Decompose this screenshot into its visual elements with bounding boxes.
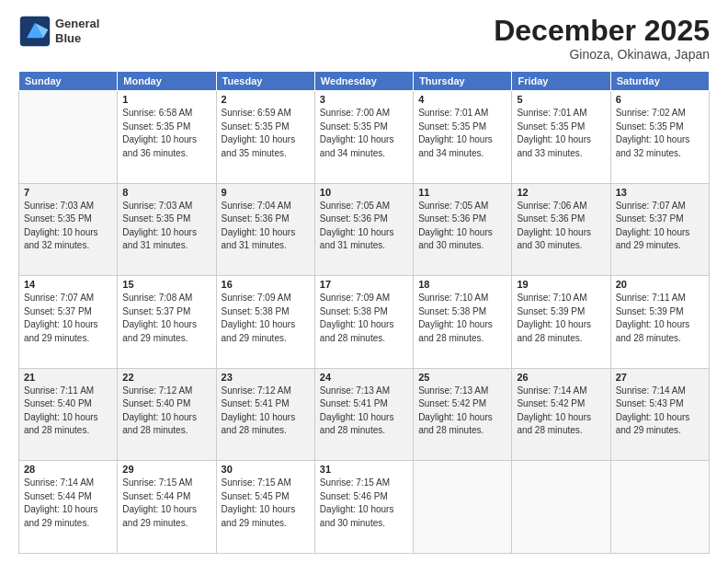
day-info: Sunrise: 7:15 AM Sunset: 5:45 PM Dayligh… bbox=[222, 477, 310, 530]
calendar-cell: 3Sunrise: 7:00 AM Sunset: 5:35 PM Daylig… bbox=[314, 91, 413, 184]
day-number: 14 bbox=[24, 279, 112, 290]
day-info: Sunrise: 6:59 AM Sunset: 5:35 PM Dayligh… bbox=[222, 107, 310, 160]
calendar-cell: 24Sunrise: 7:13 AM Sunset: 5:41 PM Dayli… bbox=[314, 368, 413, 461]
calendar-cell: 22Sunrise: 7:12 AM Sunset: 5:40 PM Dayli… bbox=[118, 368, 216, 461]
page: General Blue December 2025 Ginoza, Okina… bbox=[0, 0, 728, 563]
calendar-cell: 12Sunrise: 7:06 AM Sunset: 5:36 PM Dayli… bbox=[512, 183, 610, 276]
calendar-cell bbox=[414, 461, 512, 554]
day-info: Sunrise: 7:10 AM Sunset: 5:39 PM Dayligh… bbox=[517, 292, 605, 345]
day-number: 19 bbox=[517, 279, 605, 290]
day-number: 25 bbox=[418, 372, 506, 383]
day-number: 31 bbox=[320, 464, 408, 475]
day-info: Sunrise: 7:00 AM Sunset: 5:35 PM Dayligh… bbox=[320, 107, 408, 160]
day-info: Sunrise: 7:01 AM Sunset: 5:35 PM Dayligh… bbox=[418, 107, 506, 160]
calendar-cell: 5Sunrise: 7:01 AM Sunset: 5:35 PM Daylig… bbox=[512, 91, 610, 184]
day-number: 21 bbox=[24, 372, 112, 383]
day-number: 17 bbox=[320, 279, 408, 290]
day-info: Sunrise: 7:05 AM Sunset: 5:36 PM Dayligh… bbox=[320, 200, 408, 253]
calendar-cell bbox=[19, 91, 118, 184]
day-info: Sunrise: 7:12 AM Sunset: 5:41 PM Dayligh… bbox=[222, 385, 310, 438]
day-number: 12 bbox=[517, 187, 605, 198]
day-info: Sunrise: 7:09 AM Sunset: 5:38 PM Dayligh… bbox=[320, 292, 408, 345]
day-number: 30 bbox=[222, 464, 310, 475]
day-number: 3 bbox=[320, 94, 408, 105]
day-number: 7 bbox=[24, 187, 112, 198]
calendar-cell: 17Sunrise: 7:09 AM Sunset: 5:38 PM Dayli… bbox=[314, 276, 413, 369]
dow-header-thursday: Thursday bbox=[414, 72, 512, 91]
calendar-cell: 4Sunrise: 7:01 AM Sunset: 5:35 PM Daylig… bbox=[414, 91, 512, 184]
calendar-cell: 15Sunrise: 7:08 AM Sunset: 5:37 PM Dayli… bbox=[118, 276, 216, 369]
week-row-0: 1Sunrise: 6:58 AM Sunset: 5:35 PM Daylig… bbox=[19, 91, 710, 184]
day-info: Sunrise: 7:08 AM Sunset: 5:37 PM Dayligh… bbox=[122, 292, 210, 345]
day-number: 15 bbox=[122, 279, 210, 290]
day-number: 22 bbox=[122, 372, 210, 383]
calendar-cell: 27Sunrise: 7:14 AM Sunset: 5:43 PM Dayli… bbox=[610, 368, 709, 461]
day-number: 13 bbox=[616, 187, 704, 198]
dow-header-wednesday: Wednesday bbox=[314, 72, 413, 91]
logo: General Blue bbox=[18, 15, 99, 48]
calendar-cell: 30Sunrise: 7:15 AM Sunset: 5:45 PM Dayli… bbox=[216, 461, 314, 554]
calendar-cell bbox=[512, 461, 610, 554]
calendar-cell: 2Sunrise: 6:59 AM Sunset: 5:35 PM Daylig… bbox=[216, 91, 314, 184]
day-number: 2 bbox=[222, 94, 310, 105]
day-info: Sunrise: 7:13 AM Sunset: 5:42 PM Dayligh… bbox=[418, 385, 506, 438]
calendar-cell: 25Sunrise: 7:13 AM Sunset: 5:42 PM Dayli… bbox=[414, 368, 512, 461]
calendar-cell: 14Sunrise: 7:07 AM Sunset: 5:37 PM Dayli… bbox=[19, 276, 118, 369]
calendar-cell: 6Sunrise: 7:02 AM Sunset: 5:35 PM Daylig… bbox=[610, 91, 709, 184]
dow-header-friday: Friday bbox=[512, 72, 610, 91]
day-number: 9 bbox=[222, 187, 310, 198]
calendar-cell: 10Sunrise: 7:05 AM Sunset: 5:36 PM Dayli… bbox=[314, 183, 413, 276]
day-number: 28 bbox=[24, 464, 112, 475]
day-number: 23 bbox=[222, 372, 310, 383]
dow-header-tuesday: Tuesday bbox=[216, 72, 314, 91]
day-info: Sunrise: 7:01 AM Sunset: 5:35 PM Dayligh… bbox=[517, 107, 605, 160]
main-title: December 2025 bbox=[494, 15, 710, 47]
day-number: 6 bbox=[616, 94, 704, 105]
dow-header-sunday: Sunday bbox=[19, 72, 118, 91]
day-number: 11 bbox=[418, 187, 506, 198]
calendar-cell: 26Sunrise: 7:14 AM Sunset: 5:42 PM Dayli… bbox=[512, 368, 610, 461]
week-row-4: 28Sunrise: 7:14 AM Sunset: 5:44 PM Dayli… bbox=[19, 461, 710, 554]
day-info: Sunrise: 7:05 AM Sunset: 5:36 PM Dayligh… bbox=[418, 200, 506, 253]
calendar-cell: 29Sunrise: 7:15 AM Sunset: 5:44 PM Dayli… bbox=[118, 461, 216, 554]
day-number: 10 bbox=[320, 187, 408, 198]
day-number: 4 bbox=[418, 94, 506, 105]
day-info: Sunrise: 7:15 AM Sunset: 5:46 PM Dayligh… bbox=[320, 477, 408, 530]
calendar-cell: 8Sunrise: 7:03 AM Sunset: 5:35 PM Daylig… bbox=[118, 183, 216, 276]
calendar-cell: 9Sunrise: 7:04 AM Sunset: 5:36 PM Daylig… bbox=[216, 183, 314, 276]
day-number: 5 bbox=[517, 94, 605, 105]
calendar-cell: 7Sunrise: 7:03 AM Sunset: 5:35 PM Daylig… bbox=[19, 183, 118, 276]
calendar-cell: 13Sunrise: 7:07 AM Sunset: 5:37 PM Dayli… bbox=[610, 183, 709, 276]
calendar-table: SundayMondayTuesdayWednesdayThursdayFrid… bbox=[18, 71, 710, 554]
logo-line1: General bbox=[55, 17, 99, 31]
day-info: Sunrise: 7:03 AM Sunset: 5:35 PM Dayligh… bbox=[24, 200, 112, 253]
calendar-cell: 18Sunrise: 7:10 AM Sunset: 5:38 PM Dayli… bbox=[414, 276, 512, 369]
day-of-week-row: SundayMondayTuesdayWednesdayThursdayFrid… bbox=[19, 72, 710, 91]
day-info: Sunrise: 7:15 AM Sunset: 5:44 PM Dayligh… bbox=[122, 477, 210, 530]
day-info: Sunrise: 7:12 AM Sunset: 5:40 PM Dayligh… bbox=[122, 385, 210, 438]
day-number: 29 bbox=[122, 464, 210, 475]
day-number: 27 bbox=[616, 372, 704, 383]
calendar-cell: 11Sunrise: 7:05 AM Sunset: 5:36 PM Dayli… bbox=[414, 183, 512, 276]
dow-header-monday: Monday bbox=[118, 72, 216, 91]
dow-header-saturday: Saturday bbox=[610, 72, 709, 91]
header: General Blue December 2025 Ginoza, Okina… bbox=[18, 15, 710, 62]
calendar-cell: 31Sunrise: 7:15 AM Sunset: 5:46 PM Dayli… bbox=[314, 461, 413, 554]
logo-line2: Blue bbox=[55, 31, 99, 46]
subtitle: Ginoza, Okinawa, Japan bbox=[494, 47, 710, 62]
calendar-body: 1Sunrise: 6:58 AM Sunset: 5:35 PM Daylig… bbox=[19, 91, 710, 554]
day-info: Sunrise: 7:11 AM Sunset: 5:40 PM Dayligh… bbox=[24, 385, 112, 438]
day-number: 16 bbox=[222, 279, 310, 290]
day-number: 18 bbox=[418, 279, 506, 290]
day-info: Sunrise: 7:11 AM Sunset: 5:39 PM Dayligh… bbox=[616, 292, 704, 345]
day-info: Sunrise: 7:10 AM Sunset: 5:38 PM Dayligh… bbox=[418, 292, 506, 345]
day-info: Sunrise: 7:07 AM Sunset: 5:37 PM Dayligh… bbox=[24, 292, 112, 345]
day-info: Sunrise: 7:07 AM Sunset: 5:37 PM Dayligh… bbox=[616, 200, 704, 253]
calendar-cell: 21Sunrise: 7:11 AM Sunset: 5:40 PM Dayli… bbox=[19, 368, 118, 461]
calendar-cell: 28Sunrise: 7:14 AM Sunset: 5:44 PM Dayli… bbox=[19, 461, 118, 554]
day-info: Sunrise: 7:14 AM Sunset: 5:43 PM Dayligh… bbox=[616, 385, 704, 438]
day-info: Sunrise: 7:04 AM Sunset: 5:36 PM Dayligh… bbox=[222, 200, 310, 253]
day-number: 24 bbox=[320, 372, 408, 383]
week-row-2: 14Sunrise: 7:07 AM Sunset: 5:37 PM Dayli… bbox=[19, 276, 710, 369]
logo-text: General Blue bbox=[55, 17, 99, 45]
